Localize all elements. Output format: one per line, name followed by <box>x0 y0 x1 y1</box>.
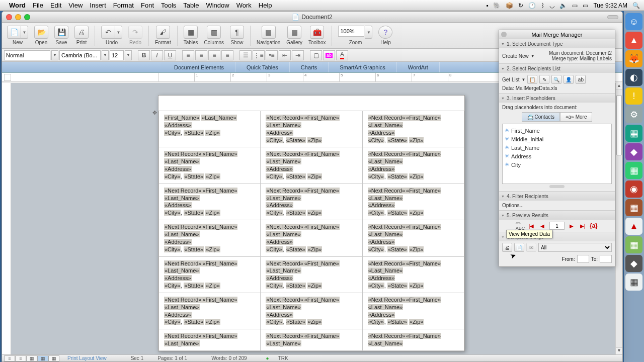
dock-app-1[interactable]: ▲ <box>625 32 642 49</box>
from-input[interactable] <box>577 255 589 263</box>
bullets-button[interactable]: •≡ <box>266 50 278 60</box>
get-list-button[interactable]: Get List <box>502 77 519 82</box>
tab-charts[interactable]: Charts <box>290 62 329 72</box>
dock-app-11[interactable]: ▦ <box>625 274 642 291</box>
field-first-name[interactable]: First_Name <box>505 126 609 135</box>
label-cell[interactable]: «Next Record»«First_Name»«Last_Name» <box>362 329 464 351</box>
page[interactable]: ✥ «First_Name» «Last_Name»«Address»«City… <box>158 95 465 351</box>
label-cell[interactable]: «Next Record»«First_Name»«Last_Name»«Add… <box>159 184 261 220</box>
label-cell[interactable]: «Next Record»«First_Name»«Last_Name»«Add… <box>159 293 261 329</box>
align-justify-button[interactable]: ≡ <box>221 50 233 60</box>
line-spacing-button[interactable]: ☰ <box>239 50 252 60</box>
dock-firefox[interactable]: 🦊 <box>625 50 642 67</box>
toolbar-pill[interactable] <box>607 15 618 19</box>
dock-acrobat[interactable]: ▲ <box>625 218 642 235</box>
last-record[interactable]: ▶| <box>579 222 587 230</box>
tab-quick-tables[interactable]: Quick Tables <box>235 62 290 72</box>
dock-app-5[interactable]: ◆ <box>625 143 642 160</box>
label-cell[interactable]: «Next Record»«First_Name»«Last_Name»«Add… <box>362 256 464 293</box>
clock[interactable]: Tue 9:32 AM <box>593 2 627 9</box>
label-cell[interactable]: «Next Record»«First_Name»«Last_Name»«Add… <box>261 256 362 293</box>
more-tab[interactable]: «a» More <box>560 112 592 122</box>
label-cell[interactable]: «Next Record»«First_Name»«Last_Name»«Add… <box>159 256 261 293</box>
undo-button[interactable]: ↶ <box>101 26 115 39</box>
label-cell[interactable]: «First_Name» «Last_Name»«Address»«City»,… <box>159 111 261 147</box>
scroll-up[interactable]: ▲ <box>616 83 622 90</box>
label-cell[interactable]: «Next Record»«First_Name»«Last_Name»«Add… <box>362 147 464 184</box>
app-menu[interactable]: Word <box>9 2 26 9</box>
merge-range-select[interactable]: All <box>538 243 612 252</box>
mm-section-1[interactable]: 1. Select Document Type <box>499 39 615 48</box>
tables-button[interactable]: ▦ <box>184 26 198 39</box>
placeholder-list[interactable]: First_Name Middle_Initial Last_Name Addr… <box>502 124 612 184</box>
menu-tools[interactable]: Tools <box>161 2 176 9</box>
mm-section-2[interactable]: 2. Select Recipients List <box>499 64 615 73</box>
numbering-button[interactable]: ⋮≡ <box>253 50 265 60</box>
tab-wordart[interactable]: WordArt <box>397 62 440 72</box>
redo-button[interactable]: ↷ <box>128 26 142 39</box>
bold-button[interactable]: B <box>138 50 150 60</box>
view-merged-button[interactable]: «»ABC <box>516 222 524 230</box>
align-left-button[interactable]: ≡ <box>182 50 194 60</box>
label-cell[interactable]: «Next Record»«First_Name»«Last_Name»«Add… <box>362 293 464 329</box>
label-cell[interactable]: «Next Record»«First_Name»«Last_Name»«Add… <box>261 147 362 184</box>
scroll-down[interactable]: ▼ <box>616 347 622 354</box>
dock-app-3[interactable]: ! <box>625 87 642 105</box>
label-cell[interactable]: «Next Record»«First_Name»«Last_Name»«Add… <box>261 184 362 220</box>
new-button[interactable]: 📄 <box>7 26 21 39</box>
field-last-name[interactable]: Last_Name <box>505 143 609 152</box>
labels-table[interactable]: «First_Name» «Last_Name»«Address»«City»,… <box>158 111 464 351</box>
menu-help[interactable]: Help <box>259 2 272 9</box>
evernote-icon[interactable]: 🐘 <box>493 2 501 9</box>
prev-record[interactable]: ◀ <box>538 222 546 230</box>
font-color-button[interactable]: A <box>336 50 348 60</box>
spell-icon[interactable]: ● <box>266 355 269 361</box>
menu-format[interactable]: Format <box>113 2 134 9</box>
create-new-button[interactable]: Create New <box>502 53 529 59</box>
dock-app-10[interactable]: ◆ <box>625 255 642 272</box>
mm-pencil-icon[interactable]: ✎ <box>539 75 549 84</box>
navigation-button[interactable]: ▦ <box>262 26 276 39</box>
tab-smartart[interactable]: SmartArt Graphics <box>329 62 396 72</box>
wifi-icon[interactable]: ◡ <box>549 2 554 9</box>
columns-button[interactable]: ▥ <box>207 26 221 39</box>
increase-indent-button[interactable]: ⇥ <box>292 50 304 60</box>
menu-font[interactable]: Font <box>141 2 154 9</box>
menu-work[interactable]: Work <box>236 2 252 9</box>
minimize-button[interactable] <box>15 14 21 20</box>
view-publishing[interactable]: ▦ <box>26 355 37 361</box>
gallery-button[interactable]: ▦ <box>287 26 301 39</box>
merge-doc-icon[interactable]: 📄 <box>514 243 524 252</box>
merge-mail-icon[interactable]: ✉ <box>526 243 536 252</box>
label-cell[interactable]: «Next Record»«First_Name»«Last_Name»«Add… <box>362 184 464 220</box>
tab-selector[interactable] <box>4 74 11 81</box>
print-button[interactable]: 🖨 <box>74 26 89 39</box>
label-cell[interactable]: «Next Record»«First_Name»«Last_Name»«Add… <box>159 220 261 256</box>
vertical-scrollbar[interactable]: ▲ ▼ <box>615 83 622 354</box>
mm-find-icon[interactable]: 🔍 <box>551 75 561 84</box>
first-record[interactable]: |◀ <box>527 222 535 230</box>
zoom-select[interactable]: 100% <box>338 26 364 37</box>
tab-document-elements[interactable]: Document Elements <box>163 62 235 72</box>
battery-icon[interactable]: ▭ <box>583 2 588 9</box>
size-drop[interactable]: ▼ <box>125 50 132 60</box>
format-button[interactable]: 🖌 <box>156 26 170 39</box>
label-cell[interactable]: «Next Record»«First_Name»«Last_Name» <box>261 329 362 351</box>
mm-section-4[interactable]: 4. Filter Recipients <box>499 192 615 201</box>
help-button[interactable]: ? <box>378 26 392 39</box>
mm-ab-icon[interactable]: ab <box>576 75 586 84</box>
menu-view[interactable]: View <box>68 2 83 9</box>
view-normal[interactable]: ≡ <box>4 355 15 361</box>
menu-file[interactable]: File <box>33 2 43 9</box>
mm-close-button[interactable] <box>501 32 507 37</box>
undo-dropdown[interactable]: ▼ <box>115 26 122 39</box>
toolbox-button[interactable]: 🧰 <box>310 26 324 39</box>
font-drop[interactable]: ▼ <box>102 50 109 60</box>
label-cell[interactable]: «Next Record»«First_Name»«Last_Name»«Add… <box>362 111 464 147</box>
dropbox-icon[interactable]: 📦 <box>506 2 513 9</box>
borders-button[interactable]: ▢ <box>310 50 322 60</box>
dock-app-8[interactable]: ▦ <box>625 199 642 216</box>
label-cell[interactable]: «Next Record»«First_Name»«Last_Name»«Add… <box>261 111 362 147</box>
menu-window[interactable]: Window <box>206 2 229 9</box>
record-number[interactable] <box>549 222 565 230</box>
